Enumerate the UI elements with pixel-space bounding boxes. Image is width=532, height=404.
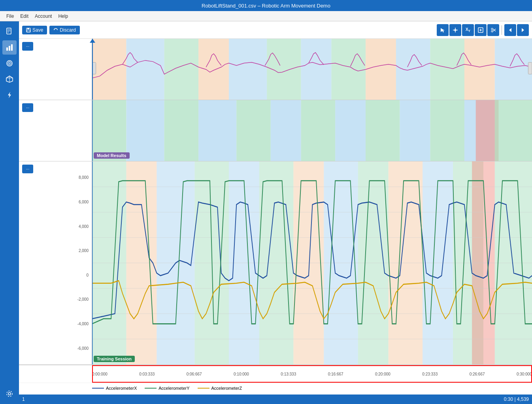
svg-rect-43 xyxy=(430,39,464,100)
chart3-header: ··· 8,000 6,000 4,000 2,000 0 -2,000 -4,… xyxy=(19,161,92,364)
svg-rect-42 xyxy=(396,39,430,100)
xy-tool[interactable]: XY xyxy=(462,24,474,36)
svg-rect-61 xyxy=(495,100,532,161)
svg-rect-35 xyxy=(164,39,199,100)
scissors-tool[interactable] xyxy=(487,24,499,36)
tick-4: 0:13:333 xyxy=(281,372,296,376)
chart1-header: ··· xyxy=(19,39,92,100)
svg-rect-5 xyxy=(9,46,10,51)
toolbar: Save Discard XY xyxy=(19,21,532,39)
svg-marker-20 xyxy=(441,28,445,32)
svg-rect-47 xyxy=(528,63,532,74)
svg-rect-58 xyxy=(430,100,464,161)
svg-point-15 xyxy=(7,391,12,396)
chart2-svg xyxy=(92,100,532,161)
svg-rect-34 xyxy=(126,39,164,100)
legend-accelerometery: AccelerometerY xyxy=(145,386,189,391)
svg-marker-13 xyxy=(8,92,11,98)
svg-rect-6 xyxy=(11,44,13,51)
model-results-badge: Model Results xyxy=(94,152,130,159)
chart2-header: ··· xyxy=(19,100,92,161)
menu-edit[interactable]: Edit xyxy=(17,13,32,20)
charts-container: ··· xyxy=(19,39,532,395)
chart2-row: ··· xyxy=(19,100,532,161)
legend-area: AccelerometerX AccelerometerY Accelerome… xyxy=(19,383,532,395)
svg-point-28 xyxy=(491,30,493,32)
svg-point-27 xyxy=(491,28,493,30)
toolbar-tools: XY xyxy=(437,24,529,36)
tick-labels: 0:00:000 0:03:333 0:06:667 0:10:000 0:13… xyxy=(92,365,532,383)
legend-accelerometerx: AccelerometerX xyxy=(92,386,137,391)
sidebar-settings[interactable] xyxy=(2,387,17,401)
tick-8: 0:26:667 xyxy=(470,372,485,376)
menu-help[interactable]: Help xyxy=(55,13,71,20)
legend-y-label: AccelerometerY xyxy=(158,386,189,391)
save-button[interactable]: Save xyxy=(22,26,47,34)
sidebar-signal[interactable] xyxy=(2,56,17,70)
cursor-tool[interactable] xyxy=(437,24,449,36)
svg-rect-56 xyxy=(366,100,400,161)
svg-rect-51 xyxy=(198,100,236,161)
yaxis-neg6000: -6,000 xyxy=(77,346,89,351)
zoom-tool[interactable] xyxy=(475,24,487,36)
svg-rect-4 xyxy=(6,47,8,51)
sidebar-chart[interactable] xyxy=(2,40,17,55)
yaxis-neg4000: -4,000 xyxy=(77,322,89,326)
chart1-menu-btn[interactable]: ··· xyxy=(22,42,33,51)
status-right: 0:30 | 4,539 xyxy=(504,396,529,402)
tick-1: 0:03:333 xyxy=(139,372,155,376)
svg-rect-40 xyxy=(332,39,366,100)
yaxis-8000: 8,000 xyxy=(79,175,89,180)
yaxis-4000: 4,000 xyxy=(79,224,89,229)
training-session-badge: Training Session xyxy=(94,356,135,362)
chart3-menu-btn[interactable]: ··· xyxy=(22,165,33,173)
tick-5: 0:16:667 xyxy=(328,372,343,376)
chart3-svg xyxy=(92,161,532,364)
chart1-row: ··· xyxy=(19,39,532,100)
timeline-ticks: 0:00:000 0:03:333 0:06:667 0:10:000 0:13… xyxy=(92,365,532,383)
svg-rect-53 xyxy=(271,100,301,161)
yaxis-6000: 6,000 xyxy=(79,200,89,204)
yaxis-2000: 2,000 xyxy=(79,248,89,253)
svg-rect-44 xyxy=(464,39,495,100)
content-area: Save Discard XY xyxy=(19,21,532,404)
menu-file[interactable]: File xyxy=(3,13,17,20)
status-bar: 1 0:30 | 4,539 xyxy=(19,395,532,404)
discard-button[interactable]: Discard xyxy=(49,26,80,34)
svg-point-14 xyxy=(8,393,11,395)
chart1-svg xyxy=(92,39,532,100)
svg-rect-37 xyxy=(229,39,267,100)
forward-tool[interactable] xyxy=(517,24,529,36)
tick-9: 0:30:000 xyxy=(517,372,532,376)
legend-accelerometerz: AccelerometerZ xyxy=(198,386,242,391)
svg-rect-50 xyxy=(164,100,199,161)
svg-rect-55 xyxy=(335,100,366,161)
svg-rect-39 xyxy=(301,39,332,100)
svg-rect-18 xyxy=(27,30,30,32)
back-tool[interactable] xyxy=(504,24,516,36)
yaxis-0: 0 xyxy=(86,273,89,277)
chart2-menu-btn[interactable]: ··· xyxy=(22,103,33,112)
menu-account[interactable]: Account xyxy=(32,13,55,20)
svg-rect-48 xyxy=(92,100,126,161)
crosshair-tool[interactable] xyxy=(449,24,461,36)
yaxis-neg2000: -2,000 xyxy=(77,297,89,302)
svg-rect-49 xyxy=(126,100,164,161)
sidebar xyxy=(0,21,19,404)
tick-2: 0:06:667 xyxy=(187,372,202,376)
svg-marker-32 xyxy=(522,28,524,32)
chart3-row: ··· 8,000 6,000 4,000 2,000 0 -2,000 -4,… xyxy=(19,161,532,365)
menu-bar: File Edit Account Help xyxy=(0,11,532,21)
tick-3: 0:10:000 xyxy=(234,372,249,376)
sidebar-lightning[interactable] xyxy=(2,88,17,102)
svg-rect-54 xyxy=(301,100,336,161)
sidebar-cube[interactable] xyxy=(2,72,17,86)
svg-rect-46 xyxy=(92,63,96,74)
svg-rect-17 xyxy=(27,28,29,29)
svg-marker-31 xyxy=(509,28,511,32)
sidebar-document[interactable] xyxy=(2,25,17,39)
main-layout: Save Discard XY xyxy=(0,21,532,404)
svg-point-9 xyxy=(9,63,10,64)
svg-rect-36 xyxy=(198,39,229,100)
tool-separator xyxy=(502,25,502,35)
